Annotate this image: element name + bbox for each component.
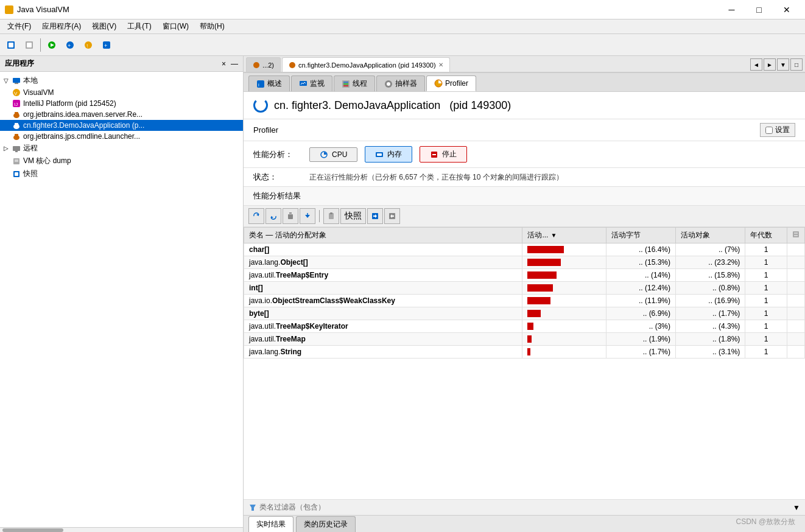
toolbar-separator-1 <box>40 38 41 52</box>
table-row[interactable]: char[].. (16.4%).. (7%)1 <box>244 243 805 256</box>
col-objects-label: 活动对象 <box>681 231 710 239</box>
bottom-tab-history[interactable]: 类的历史记录 <box>296 516 356 532</box>
sidebar-item-local-label: 本地 <box>23 75 38 86</box>
inner-tab-monitor[interactable]: 监视 <box>291 75 332 91</box>
cell-bytes: .. (11.9%) <box>606 295 675 307</box>
sidebar-scrollbar[interactable] <box>0 527 243 532</box>
cell-active <box>522 295 606 307</box>
cell-gen: 1 <box>745 333 787 346</box>
memory-button[interactable]: 内存 <box>365 146 412 163</box>
sidebar-item-snapshot[interactable]: 快照 <box>0 167 243 180</box>
table-row[interactable]: java.io.ObjectStreamClass$WeakClassKey..… <box>244 295 805 307</box>
cell-scroll <box>787 243 805 256</box>
filter-expand-icon[interactable]: ▼ <box>793 503 800 512</box>
menu-file[interactable]: 文件(F) <box>2 20 36 33</box>
results-btn-import2[interactable] <box>384 208 400 224</box>
inner-tab-profiler[interactable]: Profiler <box>426 75 476 91</box>
svg-rect-32 <box>15 172 18 176</box>
results-btn-snapshot[interactable]: 快照 <box>340 208 366 224</box>
settings-checkbox[interactable] <box>765 127 773 134</box>
table-row[interactable]: java.util.TreeMap$Entry.. (14%).. (15.8%… <box>244 269 805 282</box>
table-container[interactable]: 类名 — 活动的分配对象 活动... ▼ 活动字节 <box>244 227 805 499</box>
table-row[interactable]: byte[].. (6.9%).. (1.7%)1 <box>244 307 805 320</box>
stop-btn-label: 停止 <box>442 149 457 159</box>
sidebar-item-intellij-label: IntelliJ Platform (pid 125452) <box>23 99 116 108</box>
status-row: 状态： 正在运行性能分析（已分析 6,657 个类，正在按每 10 个对象的间隔… <box>244 168 805 187</box>
sidebar-item-demojava[interactable]: cn.fighter3.DemoJavaApplication (p... <box>0 120 243 131</box>
toolbar-btn-1[interactable] <box>2 37 19 54</box>
sidebar-item-visualvm[interactable]: V VisualVM <box>0 87 243 98</box>
status-label: 状态： <box>253 172 302 183</box>
minimize-button[interactable]: ─ <box>718 0 745 19</box>
svg-text:+: + <box>104 43 107 49</box>
results-toolbar: 快照 <box>244 206 805 227</box>
tab-nav-dropdown[interactable]: ▼ <box>777 58 789 71</box>
table-row[interactable]: java.util.TreeMap.. (1.9%).. (1.8%)1 <box>244 333 805 346</box>
cell-active <box>522 256 606 269</box>
toolbar-btn-6[interactable]: + <box>98 37 115 54</box>
svg-rect-13 <box>15 83 18 84</box>
maximize-button[interactable]: □ <box>745 0 773 19</box>
inner-tab-sampler[interactable]: 抽样器 <box>376 75 425 91</box>
settings-button[interactable]: 设置 <box>760 123 795 137</box>
tab-nav-prev[interactable]: ◄ <box>750 58 762 71</box>
sidebar-header: 应用程序 × — <box>0 56 243 72</box>
results-btn-refresh[interactable] <box>248 208 264 224</box>
inner-tab-threads[interactable]: 线程 <box>334 75 375 91</box>
stop-button[interactable]: 停止 <box>420 146 467 163</box>
cell-active <box>522 243 606 256</box>
inner-tab-overview[interactable]: i 概述 <box>248 75 290 91</box>
sidebar-item-remote[interactable]: ▷ 远程 <box>0 142 243 155</box>
sidebar-item-maven[interactable]: org.jetbrains.idea.maven.server.Re... <box>0 109 243 120</box>
toolbar-btn-5[interactable]: ↑ <box>80 37 97 54</box>
sidebar-item-vmdump[interactable]: VM 核心 dump <box>0 155 243 167</box>
cell-active <box>522 269 606 282</box>
tab-prev[interactable]: ...2) <box>246 57 281 72</box>
cell-gen: 1 <box>745 269 787 282</box>
sidebar-item-intellij[interactable]: IJ IntelliJ Platform (pid 125452) <box>0 98 243 109</box>
sidebar-item-visualvm-label: VisualVM <box>23 88 54 97</box>
memory-btn-label: 内存 <box>387 149 402 159</box>
menu-view[interactable]: 视图(V) <box>87 20 121 33</box>
tab-main[interactable]: cn.fighter3.DemoJavaApplication (pid 149… <box>282 57 450 72</box>
perf-label: 性能分析： <box>253 149 302 160</box>
cpu-button[interactable]: CPU <box>309 147 357 162</box>
results-btn-clipboard[interactable] <box>323 208 339 224</box>
bottom-tab-realtime[interactable]: 实时结果 <box>248 516 294 532</box>
app-name: cn. fighter3. DemoJavaApplication <box>274 99 440 111</box>
col-header-active[interactable]: 活动... ▼ <box>522 228 606 243</box>
table-row[interactable]: java.lang.String.. (1.7%).. (3.1%)1 <box>244 346 805 359</box>
results-btn-delete[interactable] <box>283 208 298 224</box>
toolbar-btn-4[interactable]: + <box>62 37 79 54</box>
cell-objects: .. (1.8%) <box>675 333 745 346</box>
table-row[interactable]: java.lang.Object[].. (15.3%).. (23.2%)1 <box>244 256 805 269</box>
menu-app[interactable]: 应用程序(A) <box>37 20 86 33</box>
content-area: ...2) cn.fighter3.DemoJavaApplication (p… <box>244 56 805 532</box>
tab-nav-next[interactable]: ► <box>764 58 776 71</box>
table-row[interactable]: int[].. (12.4%).. (0.8%)1 <box>244 282 805 295</box>
toolbar-btn-3[interactable] <box>43 37 60 54</box>
tab-close-btn[interactable]: ✕ <box>438 61 443 68</box>
cpu-btn-label: CPU <box>332 150 347 159</box>
results-btn-reset[interactable] <box>265 208 281 224</box>
col-header-gen: 年代数 <box>745 228 787 243</box>
results-btn-import[interactable] <box>300 208 315 224</box>
expander-local: ▽ <box>2 77 10 84</box>
sidebar-close-btn[interactable]: × <box>222 60 226 68</box>
sidebar-item-jps[interactable]: org.jetbrains.jps.cmdline.Launcher... <box>0 131 243 142</box>
menu-help[interactable]: 帮助(H) <box>195 20 230 33</box>
toolbar-btn-2[interactable] <box>21 37 38 54</box>
results-btn-export[interactable] <box>367 208 383 224</box>
table-row[interactable]: java.util.TreeMap$KeyIterator.. (3%).. (… <box>244 320 805 333</box>
svg-rect-58 <box>330 212 332 214</box>
sidebar-item-local[interactable]: ▽ 本地 <box>0 74 243 87</box>
menu-tools[interactable]: 工具(T) <box>122 20 156 33</box>
sidebar-scroll-thumb <box>2 528 63 532</box>
title-bar: Java VisualVM ─ □ ✕ <box>0 0 805 19</box>
svg-text:+: + <box>68 43 71 49</box>
menu-window[interactable]: 窗口(W) <box>158 20 194 33</box>
sidebar-minimize-btn[interactable]: — <box>231 60 238 68</box>
svg-rect-48 <box>377 153 382 156</box>
close-button[interactable]: ✕ <box>773 0 800 19</box>
tab-nav-maximize[interactable]: □ <box>790 58 803 71</box>
